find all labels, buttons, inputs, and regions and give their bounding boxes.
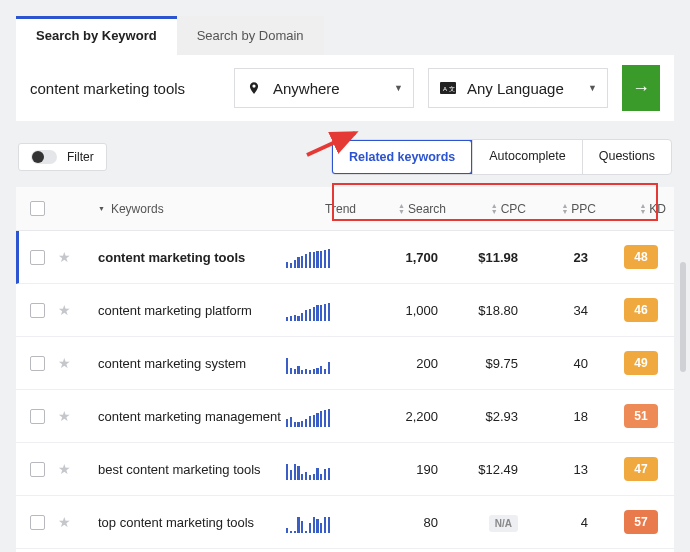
keyword-cell[interactable]: content marketing management [98, 409, 286, 424]
search-volume-cell: 2,200 [356, 409, 446, 424]
search-row: Anywhere ▼ A文 Any Language ▼ → [16, 55, 674, 121]
trend-sparkline [286, 299, 356, 321]
sort-icon: ▲▼ [561, 203, 568, 215]
table-body: ★content marketing tools1,700$11.982348★… [16, 231, 674, 552]
table-row: ★content marketing management2,200$2.931… [16, 390, 674, 443]
keywords-table: ▼Keywords Trend ▲▼Search ▲▼CPC ▲▼PPC ▲▼K… [16, 187, 674, 552]
ppc-cell: 34 [526, 303, 596, 318]
select-all-checkbox[interactable] [30, 201, 45, 216]
cpc-cell: $9.75 [446, 356, 526, 371]
keyword-input[interactable] [30, 80, 220, 97]
col-search[interactable]: Search [408, 202, 446, 216]
sort-icon: ▲▼ [491, 203, 498, 215]
row-checkbox[interactable] [30, 515, 45, 530]
favorite-star-icon[interactable]: ★ [58, 355, 71, 371]
ppc-cell: 4 [526, 515, 596, 530]
chevron-down-icon: ▼ [394, 83, 403, 93]
trend-sparkline [286, 352, 356, 374]
kd-badge: 47 [624, 457, 658, 481]
filter-toggle[interactable] [31, 150, 57, 164]
arrow-right-icon: → [632, 78, 650, 99]
cpc-cell: $2.93 [446, 409, 526, 424]
ppc-cell: 40 [526, 356, 596, 371]
trend-sparkline [286, 246, 356, 268]
table-row: ★content marketing tools1,700$11.982348 [16, 231, 674, 284]
favorite-star-icon[interactable]: ★ [58, 461, 71, 477]
col-keywords[interactable]: Keywords [111, 202, 164, 216]
location-pin-icon [245, 79, 263, 97]
svg-text:A: A [443, 86, 447, 92]
search-volume-cell: 80 [356, 515, 446, 530]
sort-icon: ▲▼ [398, 203, 405, 215]
scrollbar[interactable] [680, 262, 686, 372]
col-cpc[interactable]: CPC [501, 202, 526, 216]
ppc-cell: 18 [526, 409, 596, 424]
ppc-cell: 23 [526, 250, 596, 265]
table-row: ★content marketing system200$9.754049 [16, 337, 674, 390]
keyword-cell[interactable]: content marketing system [98, 356, 286, 371]
table-row: ★top content marketing tools80N/A457 [16, 496, 674, 549]
language-label: Any Language [467, 80, 588, 97]
col-ppc[interactable]: PPC [571, 202, 596, 216]
trend-sparkline [286, 511, 356, 533]
tab-related-keywords[interactable]: Related keywords [331, 139, 473, 175]
chevron-down-icon: ▼ [588, 83, 597, 93]
filter-toggle-group[interactable]: Filter [18, 143, 107, 171]
sort-desc-icon: ▼ [98, 205, 105, 212]
svg-text:文: 文 [449, 85, 455, 92]
trend-sparkline [286, 458, 356, 480]
kd-badge: 48 [624, 245, 658, 269]
keyword-cell[interactable]: content marketing tools [98, 250, 286, 265]
keyword-cell[interactable]: best content marketing tools [98, 462, 286, 477]
filter-label: Filter [67, 150, 94, 164]
tab-autocomplete[interactable]: Autocomplete [472, 140, 581, 174]
location-dropdown[interactable]: Anywhere ▼ [234, 68, 414, 108]
favorite-star-icon[interactable]: ★ [58, 514, 71, 530]
table-header: ▼Keywords Trend ▲▼Search ▲▼CPC ▲▼PPC ▲▼K… [16, 187, 674, 231]
cpc-cell: N/A [446, 515, 526, 530]
favorite-star-icon[interactable]: ★ [58, 408, 71, 424]
search-volume-cell: 1,700 [356, 250, 446, 265]
table-row: ★best content marketing tools190$12.4913… [16, 443, 674, 496]
cpc-cell: $18.80 [446, 303, 526, 318]
result-mode-tabs: Related keywords Autocomplete Questions [331, 139, 672, 175]
search-submit-button[interactable]: → [622, 65, 660, 111]
keyword-cell[interactable]: top content marketing tools [98, 515, 286, 530]
row-checkbox[interactable] [30, 409, 45, 424]
kd-badge: 49 [624, 351, 658, 375]
row-checkbox[interactable] [30, 462, 45, 477]
kd-badge: 46 [624, 298, 658, 322]
row-checkbox[interactable] [30, 303, 45, 318]
favorite-star-icon[interactable]: ★ [58, 302, 71, 318]
search-volume-cell: 190 [356, 462, 446, 477]
language-icon: A文 [439, 79, 457, 97]
trend-sparkline [286, 405, 356, 427]
row-checkbox[interactable] [30, 356, 45, 371]
table-row: ★content marketing platform1,000$18.8034… [16, 284, 674, 337]
tab-search-domain[interactable]: Search by Domain [177, 16, 324, 55]
top-tabs: Search by Keyword Search by Domain [16, 16, 674, 55]
keyword-cell[interactable]: content marketing platform [98, 303, 286, 318]
col-kd[interactable]: KD [649, 202, 666, 216]
cpc-cell: $11.98 [446, 250, 526, 265]
search-volume-cell: 1,000 [356, 303, 446, 318]
language-dropdown[interactable]: A文 Any Language ▼ [428, 68, 608, 108]
cpc-cell: $12.49 [446, 462, 526, 477]
col-trend[interactable]: Trend [325, 202, 356, 216]
kd-badge: 57 [624, 510, 658, 534]
tab-search-keyword[interactable]: Search by Keyword [16, 16, 177, 55]
tab-questions[interactable]: Questions [582, 140, 671, 174]
favorite-star-icon[interactable]: ★ [58, 249, 71, 265]
search-volume-cell: 200 [356, 356, 446, 371]
location-label: Anywhere [273, 80, 394, 97]
row-checkbox[interactable] [30, 250, 45, 265]
kd-badge: 51 [624, 404, 658, 428]
sort-icon: ▲▼ [639, 203, 646, 215]
ppc-cell: 13 [526, 462, 596, 477]
